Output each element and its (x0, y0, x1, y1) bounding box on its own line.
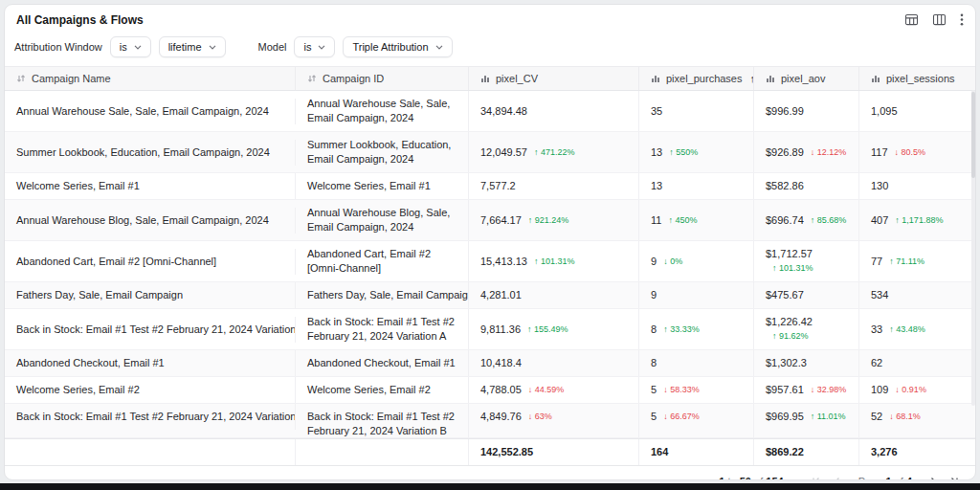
pixel-sessions-cell: 62 (859, 350, 975, 376)
delta-down-indicator: ↓ 63% (528, 410, 552, 424)
metric-value: $926.89 (766, 145, 804, 160)
attribution-window-value-dropdown[interactable]: lifetime (159, 36, 226, 57)
metric-value: 7,664.17 (480, 213, 522, 228)
table-row[interactable]: Welcome Series, Email #1Welcome Series, … (5, 173, 975, 200)
table-row[interactable]: Abandoned Checkout, Email #1Abandoned Ch… (5, 350, 975, 377)
metric-value: 9 (651, 255, 657, 269)
vertical-scrollbar-thumb[interactable] (971, 92, 975, 178)
attribution-window-operator-dropdown[interactable]: is (110, 36, 151, 57)
pixel-purchases-cell: 9↓ 0% (639, 241, 754, 281)
pixel-sessions-cell: 109↓ 0.91% (859, 377, 975, 403)
table-row[interactable]: Back in Stock: Email #1 Test #2 February… (5, 309, 975, 350)
campaign-id-cell: Fathers Day, Sale, Email Campaign (296, 282, 469, 308)
campaign-id-cell: Abandoned Checkout, Email #1 (296, 350, 469, 376)
pixel-sessions-cell: 534 (859, 282, 975, 308)
metric-value: 35 (651, 104, 662, 119)
totals-name-cell (5, 439, 296, 465)
pixel-purchases-cell: 9 (639, 282, 754, 308)
table-view-icon[interactable] (904, 12, 919, 27)
campaign-id-cell: Annual Warehouse Sale, Sale, Email Campa… (296, 91, 469, 131)
campaign-id-cell: Annual Warehouse Blog, Sale, Email Campa… (296, 200, 469, 240)
campaign-id-cell: Welcome Series, Email #1 (296, 173, 469, 199)
pixel-purchases-cell: 35 (639, 91, 754, 131)
metric-value: 8 (651, 356, 657, 370)
delta-up-indicator: ↑ 550% (669, 145, 698, 160)
metric-value: 34,894.48 (480, 104, 527, 119)
chevron-down-icon (209, 45, 216, 50)
prev-page-button[interactable] (830, 474, 845, 480)
metric-value: $475.67 (766, 288, 804, 302)
table-row[interactable]: Summer Lookbook, Education, Email Campai… (5, 132, 975, 173)
pixel-cv-cell: 10,418.4 (469, 350, 639, 376)
metric-value: $696.74 (766, 213, 804, 228)
metric-value: $957.61 (766, 383, 804, 397)
metric-value: 13 (651, 179, 662, 193)
campaign-name-cell: Fathers Day, Sale, Email Campaign (5, 282, 296, 308)
total-pixel-sessions: 3,276 (859, 439, 975, 465)
page-word: Page (858, 476, 883, 480)
pixel-purchases-cell: 5↓ 58.33% (639, 377, 754, 403)
metric-value: 12,049.57 (480, 145, 527, 160)
delta-down-indicator: ↓ 32.98% (811, 383, 847, 397)
pixel-aov-cell: $969.95↑ 11.01% (754, 404, 859, 438)
metric-value: 77 (871, 255, 882, 269)
chevron-down-icon (435, 45, 443, 50)
range-start: 1 (719, 476, 724, 480)
campaign-name-cell: Abandoned Cart, Email #2 [Omni-Channel] (5, 249, 296, 275)
columns-icon[interactable] (932, 12, 947, 27)
table-row[interactable]: Welcome Series, Email #2Welcome Series, … (5, 377, 975, 404)
metric-value: $996.99 (766, 104, 804, 119)
first-page-button[interactable] (809, 474, 824, 480)
delta-down-indicator: ↓ 0.91% (895, 383, 926, 397)
metric-value: $969.95 (766, 410, 804, 424)
table-row[interactable]: Annual Warehouse Blog, Sale, Email Campa… (5, 200, 975, 241)
campaign-id-cell: Welcome Series, Email #2 (296, 377, 469, 403)
delta-up-indicator: ↑ 71.11% (889, 255, 924, 269)
pixel-cv-cell: 15,413.13↑ 101.31% (469, 241, 639, 281)
campaign-name-cell: Back in Stock: Email #1 Test #2 February… (5, 404, 296, 430)
column-header-pixel-cv[interactable]: pixel_CV (469, 67, 639, 90)
pixel-aov-cell: $996.99 (754, 91, 859, 131)
delta-down-indicator: ↓ 80.5% (895, 145, 926, 160)
metric-value: $1,226.42 (766, 315, 813, 329)
page-of-word: of (895, 476, 903, 480)
next-page-button[interactable] (925, 474, 941, 480)
table-row[interactable]: Annual Warehouse Sale, Sale, Email Campa… (5, 91, 975, 132)
range-total: 154 (766, 476, 783, 480)
metric-value: 33 (871, 323, 882, 337)
metric-value: 534 (871, 288, 888, 302)
last-page-button[interactable] (947, 474, 962, 480)
metric-value: 5 (651, 410, 657, 424)
pixel-purchases-cell: 8 (639, 350, 754, 376)
title-actions (904, 12, 964, 27)
metric-value: $1,712.57 (766, 247, 813, 261)
column-label: Campaign Name (32, 73, 111, 84)
metric-value: 117 (871, 145, 888, 160)
delta-up-indicator: ↑ 85.68% (811, 213, 847, 228)
delta-up-indicator: ↑ 101.31% (772, 261, 813, 276)
metric-value: 130 (871, 179, 888, 193)
pixel-aov-cell: $582.86 (754, 173, 859, 199)
column-header-pixel-aov[interactable]: pixel_aov (754, 67, 859, 90)
table-row[interactable]: Fathers Day, Sale, Email CampaignFathers… (5, 282, 975, 309)
column-header-campaign-name[interactable]: Campaign Name (5, 67, 296, 90)
sort-icon (16, 74, 26, 83)
campaign-id-cell: Summer Lookbook, Education, Email Campai… (296, 132, 469, 172)
column-header-pixel-sessions[interactable]: pixel_sessions (859, 67, 975, 90)
attribution-window-value: lifetime (168, 41, 202, 53)
kebab-menu-icon[interactable] (960, 12, 964, 27)
pixel-purchases-cell: 8↑ 33.33% (639, 309, 754, 349)
column-header-pixel-purchases[interactable]: pixel_purchases↑ (639, 67, 754, 90)
delta-up-indicator: ↑ 33.33% (663, 323, 700, 337)
campaign-name-cell: Annual Warehouse Blog, Sale, Email Campa… (5, 208, 296, 234)
column-label: pixel_purchases (666, 73, 743, 84)
table-row[interactable]: Abandoned Cart, Email #2 [Omni-Channel]A… (5, 241, 975, 282)
column-header-campaign-id[interactable]: Campaign ID (296, 67, 469, 90)
table-row[interactable]: Back in Stock: Email #1 Test #2 February… (5, 404, 975, 438)
range-to-word: to (728, 476, 737, 480)
total-pixel-aov: $869.22 (754, 439, 859, 465)
pixel-aov-cell: $475.67 (754, 282, 859, 308)
model-operator-dropdown[interactable]: is (294, 36, 335, 57)
metric-value: 4,281.01 (480, 288, 522, 302)
model-value-dropdown[interactable]: Triple Attribution (343, 36, 452, 57)
